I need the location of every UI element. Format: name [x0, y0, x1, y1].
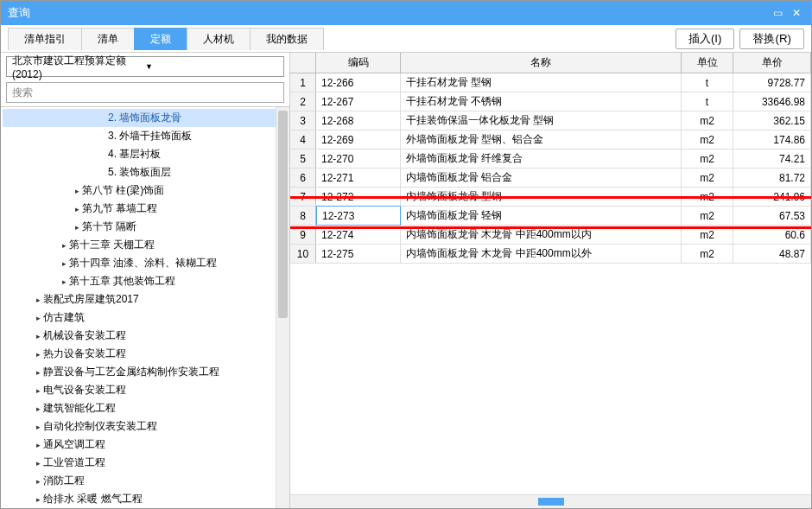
cell-price[interactable]: 67.53	[733, 207, 811, 225]
table-row[interactable]: 712-272内墙饰面板龙骨 型钢m2241.96	[290, 188, 811, 207]
scrollbar-thumb[interactable]	[538, 498, 564, 506]
col-price[interactable]: 单价	[733, 53, 811, 73]
tree-item[interactable]: ▸给排水 采暖 燃气工程	[3, 490, 289, 508]
cell-code[interactable]: 12-275	[316, 245, 401, 263]
cell-name[interactable]: 内墙饰面板龙骨 轻钢	[401, 207, 682, 225]
cell-name[interactable]: 内墙饰面板龙骨 铝合金	[401, 169, 682, 187]
cell-code[interactable]: 12-272	[316, 188, 401, 206]
cell-code[interactable]: 12-266	[316, 73, 401, 92]
tree-item[interactable]: ▸电气设备安装工程	[3, 381, 289, 399]
cell-name[interactable]: 外墙饰面板龙骨 型钢、铝合金	[401, 130, 682, 149]
expand-icon[interactable]: ▸	[33, 441, 43, 449]
expand-icon[interactable]: ▸	[72, 187, 82, 195]
expand-icon[interactable]: ▸	[33, 495, 43, 504]
tab-2[interactable]: 定额	[134, 28, 187, 50]
expand-icon[interactable]: ▸	[33, 459, 43, 468]
close-icon[interactable]: ✕	[789, 5, 804, 21]
cell-unit[interactable]: t	[682, 92, 733, 111]
expand-icon[interactable]: ▸	[72, 205, 82, 213]
expand-icon[interactable]: ▸	[33, 404, 43, 413]
cell-name[interactable]: 内墙饰面板龙骨 木龙骨 中距400mm以内	[401, 226, 682, 244]
cell-unit[interactable]: m2	[682, 169, 733, 187]
table-row[interactable]: 312-268干挂装饰保温一体化板龙骨 型钢m2362.15	[290, 111, 811, 130]
expand-icon[interactable]: ▸	[33, 423, 43, 431]
tree-item[interactable]: 4. 基层衬板	[3, 145, 289, 163]
cell-price[interactable]: 241.96	[733, 188, 811, 206]
table-row[interactable]: 112-266干挂石材龙骨 型钢t9728.77	[290, 73, 811, 92]
cell-unit[interactable]: m2	[682, 207, 733, 225]
expand-icon[interactable]: ▸	[33, 477, 43, 486]
col-code[interactable]: 编码	[316, 53, 401, 73]
tree-item[interactable]: ▸机械设备安装工程	[3, 327, 289, 345]
replace-button[interactable]: 替换(R)	[739, 29, 804, 49]
cell-name[interactable]: 干挂石材龙骨 不锈钢	[401, 92, 682, 111]
tree-scrollbar[interactable]	[276, 107, 289, 508]
tree-item[interactable]: 2. 墙饰面板龙骨	[3, 109, 289, 127]
table-row[interactable]: 412-269外墙饰面板龙骨 型钢、铝合金m2174.86	[290, 130, 811, 150]
col-name[interactable]: 名称	[401, 53, 682, 73]
cell-name[interactable]: 干挂石材龙骨 型钢	[401, 73, 682, 92]
table-row[interactable]: 1012-275内墙饰面板龙骨 木龙骨 中距400mm以外m248.87	[290, 245, 811, 264]
cell-price[interactable]: 81.72	[733, 169, 811, 187]
cell-price[interactable]: 9728.77	[733, 73, 811, 92]
cell-name[interactable]: 内墙饰面板龙骨 型钢	[401, 188, 682, 206]
cell-unit[interactable]: m2	[682, 245, 733, 263]
tree-item[interactable]: ▸第十五章 其他装饰工程	[3, 272, 289, 290]
tab-3[interactable]: 人材机	[187, 28, 251, 50]
expand-icon[interactable]: ▸	[72, 223, 82, 232]
expand-icon[interactable]: ▸	[59, 241, 69, 250]
cell-price[interactable]: 60.6	[733, 226, 811, 244]
cell-unit[interactable]: m2	[682, 111, 733, 130]
tree-item[interactable]: ▸静置设备与工艺金属结构制作安装工程	[3, 363, 289, 381]
cell-unit[interactable]: m2	[682, 150, 733, 168]
tree-item[interactable]: ▸装配式房屋建筑2017	[3, 290, 289, 309]
expand-icon[interactable]: ▸	[33, 296, 43, 304]
cell-unit[interactable]: t	[682, 73, 733, 92]
cell-unit[interactable]: m2	[682, 226, 733, 244]
cell-code[interactable]: 12-273	[316, 206, 401, 226]
grid-h-scrollbar[interactable]	[290, 494, 811, 508]
cell-price[interactable]: 74.21	[733, 150, 811, 168]
col-unit[interactable]: 单位	[682, 53, 733, 73]
tab-0[interactable]: 清单指引	[8, 28, 82, 50]
cell-name[interactable]: 内墙饰面板龙骨 木龙骨 中距400mm以外	[401, 245, 682, 263]
tree-item[interactable]: ▸第十节 隔断	[3, 218, 289, 236]
cell-name[interactable]: 干挂装饰保温一体化板龙骨 型钢	[401, 111, 682, 130]
table-row[interactable]: 212-267干挂石材龙骨 不锈钢t33646.98	[290, 92, 811, 111]
tree-item[interactable]: ▸第八节 柱(梁)饰面	[3, 181, 289, 200]
tree-item[interactable]: ▸第十三章 天棚工程	[3, 236, 289, 254]
tree-item[interactable]: ▸热力设备安装工程	[3, 345, 289, 363]
cell-price[interactable]: 362.15	[733, 111, 811, 130]
insert-button[interactable]: 插入(I)	[676, 29, 735, 49]
tab-1[interactable]: 清单	[81, 28, 135, 50]
cell-price[interactable]: 33646.98	[733, 92, 811, 111]
cell-code[interactable]: 12-269	[316, 130, 401, 149]
expand-icon[interactable]: ▸	[33, 368, 43, 377]
tree-item[interactable]: ▸通风空调工程	[3, 436, 289, 454]
table-row[interactable]: 912-274内墙饰面板龙骨 木龙骨 中距400mm以内m260.6	[290, 226, 811, 245]
tree-item[interactable]: ▸消防工程	[3, 472, 289, 490]
tree-item[interactable]: ▸仿古建筑	[3, 309, 289, 327]
cell-name[interactable]: 外墙饰面板龙骨 纤维复合	[401, 150, 682, 168]
tree-item[interactable]: 3. 外墙干挂饰面板	[3, 127, 289, 145]
expand-icon[interactable]: ▸	[33, 332, 43, 340]
cell-price[interactable]: 48.87	[733, 245, 811, 263]
search-input[interactable]: 搜索	[6, 82, 284, 103]
tree-item[interactable]: ▸第十四章 油漆、涂料、裱糊工程	[3, 254, 289, 272]
tree-item[interactable]: ▸工业管道工程	[3, 454, 289, 472]
cell-code[interactable]: 12-268	[316, 111, 401, 130]
cell-price[interactable]: 174.86	[733, 130, 811, 149]
cell-code[interactable]: 12-267	[316, 92, 401, 111]
scrollbar-thumb[interactable]	[278, 111, 288, 318]
cell-code[interactable]: 12-274	[316, 226, 401, 244]
cell-unit[interactable]: m2	[682, 130, 733, 149]
table-row[interactable]: 812-273内墙饰面板龙骨 轻钢m267.53	[290, 207, 811, 226]
minimize-icon[interactable]: ▭	[770, 5, 785, 21]
tree-item[interactable]: ▸第九节 幕墙工程	[3, 200, 289, 218]
table-row[interactable]: 512-270外墙饰面板龙骨 纤维复合m274.21	[290, 150, 811, 169]
tree-item[interactable]: 5. 装饰板面层	[3, 163, 289, 181]
expand-icon[interactable]: ▸	[33, 386, 43, 395]
expand-icon[interactable]: ▸	[33, 350, 43, 359]
cell-code[interactable]: 12-270	[316, 150, 401, 168]
expand-icon[interactable]: ▸	[59, 259, 69, 268]
